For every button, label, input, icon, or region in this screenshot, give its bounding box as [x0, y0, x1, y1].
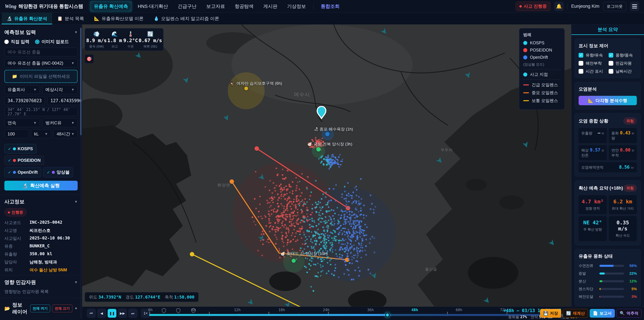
check-유향유속[interactable]: ✓유향/유속	[578, 53, 607, 58]
tab-유출유확산모델이론[interactable]: 📐유출유확산모델 이론	[89, 13, 148, 24]
nav-item-보고자료[interactable]: 보고자료	[202, 1, 229, 12]
recenter-target-button[interactable]: 🎯	[85, 54, 94, 64]
sidebar-scrollbar[interactable]	[80, 26, 82, 318]
nav-item-유출유확산예측[interactable]: 유출유 확산예측	[90, 1, 132, 12]
recalc-button[interactable]: 🔄재계산	[563, 309, 588, 318]
expected-time-select[interactable]: 예상시각▼	[42, 85, 78, 94]
model-color-dot	[13, 147, 16, 150]
check-풍향풍속[interactable]: ✓풍향/풍속	[608, 53, 637, 58]
longitude-input[interactable]: 127.674359903	[47, 96, 82, 105]
check-날짜시간[interactable]: 날짜시간	[608, 69, 637, 74]
image-upload-dropzone[interactable]: 📁 이미지 파일을 선택하세요	[4, 70, 78, 83]
stat-label: 유출량	[581, 131, 592, 136]
incident-search-input[interactable]: 여수 유조선 충돌	[4, 48, 78, 56]
fast-forward-button[interactable]: ▶▶	[118, 309, 127, 318]
brand: Wing 해양환경 위기대응 통합시스템	[5, 3, 83, 10]
weathering-해안도달: 해안도달3%	[578, 294, 637, 299]
bar-label: 수면잔류	[578, 263, 597, 268]
nav-item-긴급구난[interactable]: 긴급구난	[174, 1, 200, 12]
timeline-thumb[interactable]	[385, 313, 390, 317]
nav-item-통합조회[interactable]: 통합조회	[317, 1, 344, 12]
company-select[interactable]: 유출회사▼	[4, 85, 40, 94]
backtrack-button[interactable]: 🔍역추적	[616, 309, 642, 318]
tab-유출유확산분석[interactable]: 🔬유출유 확산분석	[2, 13, 52, 24]
incident-select[interactable]: 여수 유조선 충돌 (INC-0042) ▼	[4, 59, 78, 68]
radio-dot-icon	[35, 40, 40, 44]
tile-label: 최대 확산 거리	[610, 206, 635, 211]
tab-label: 오일펜스 배치 알고리즘 이론	[161, 16, 219, 22]
incident-pin[interactable]	[316, 106, 327, 119]
row-value: 씨프린스호	[30, 228, 50, 233]
tab-icon: 📐	[94, 16, 100, 21]
user-name: Eunjeong Kim	[571, 4, 600, 9]
latitude-input[interactable]: 34.7392076023	[4, 96, 45, 105]
radio-이미지업로드[interactable]: 이미지 업로드	[35, 39, 69, 45]
menu-button[interactable]	[630, 2, 639, 11]
incident-dot-icon	[523, 73, 527, 77]
weather-label: 해류 (SE)	[138, 44, 162, 49]
model-chip-OpenDrift[interactable]: ✓OpenDrift	[4, 167, 41, 177]
collapse-icon[interactable]: ▼	[74, 30, 78, 34]
check-해안부착[interactable]: 해안부착	[578, 61, 607, 66]
legend-model-KOSPS: KOSPS	[523, 41, 560, 45]
map-legend: 범례 KOSPSPOSEIDONOpenDrift (앙상블 모드) 사고 지점…	[519, 28, 565, 110]
forecast-tile-영향 면적: 4.7 km²영향 면적	[578, 195, 607, 214]
header-right: 사고 진행중 🔔 Eunjeong Kim 로그아웃	[516, 2, 639, 11]
input-mode-radios: 직접 입력이미지 업로드	[4, 39, 78, 45]
spill-type-select[interactable]: 연속▼	[4, 119, 40, 127]
collapse-icon[interactable]: ▼	[74, 306, 78, 310]
bar-fill	[600, 265, 614, 267]
nav-item-항공탐색[interactable]: 항공탐색	[231, 1, 258, 12]
row-label: 유출량	[4, 251, 30, 257]
save-button[interactable]: 💾저장	[540, 309, 561, 318]
polygon-analysis-button[interactable]: 📐 다각형 분석수행	[578, 96, 637, 105]
stat-해상잔존: 해상잔존9.57kl	[578, 145, 607, 160]
skip-end-button[interactable]: ⏭	[128, 309, 137, 318]
tab-분석목록[interactable]: 📋분석 목록	[52, 13, 89, 24]
site-name: 화태도 김 양식장 (10h)	[287, 251, 328, 256]
stat-value: 0.43	[620, 130, 630, 135]
nav-item-HNS·대기확산[interactable]: HNS·대기확산	[134, 1, 172, 12]
model-chip-POSEIDON[interactable]: ✓POSEIDON	[4, 156, 44, 165]
run-forecast-button[interactable]: 🔬 확산예측 실행	[4, 181, 78, 190]
model-color-dot	[13, 171, 16, 174]
collapse-icon[interactable]: ▼	[74, 280, 78, 284]
action-label: 재계산	[573, 310, 585, 316]
pollution-analysis-card: 오염분석 📐 다각형 분석수행	[575, 82, 641, 109]
map-canvas[interactable]: 💨8.9 m/s풍속 (SW)🌊1.8 m파고🌡️9.2°C수온🔄0.67 m/…	[82, 25, 571, 306]
site-label-종포 해수욕장 (1h): 🏖종포 해수욕장 (1h)	[314, 127, 353, 132]
pause-button[interactable]: ❚❚	[108, 309, 116, 318]
site-icon: 🏖	[314, 127, 318, 132]
tab-오일펜스배치알고리즘이론[interactable]: 💧오일펜스 배치 알고리즘 이론	[148, 13, 224, 24]
nav-item-기상정보[interactable]: 기상정보	[283, 1, 310, 12]
all-layers-on-button[interactable]: 전체 켜기	[30, 304, 50, 312]
amount-input[interactable]: 100	[4, 130, 29, 138]
model-chip-앙상블[interactable]: ✓앙상블	[43, 167, 73, 177]
weather-label: 파고	[107, 44, 122, 49]
duration-select[interactable]: 48시간▼	[54, 130, 78, 138]
step-back-button[interactable]: ◀	[97, 309, 106, 318]
nav-item-게시판[interactable]: 게시판	[259, 1, 282, 12]
unit-select[interactable]: kL▼	[31, 130, 51, 138]
skip-start-button[interactable]: ⏮	[87, 309, 96, 318]
tick-label-36h: 36h	[367, 308, 374, 312]
model-chip-KOSPS[interactable]: ✓KOSPS	[4, 144, 36, 154]
notifications-button[interactable]: 🔔	[554, 2, 564, 11]
oil-type-select[interactable]: 벙커C유▼	[42, 119, 78, 127]
logout-button[interactable]: 로그아웃	[603, 2, 626, 11]
model-color-dot	[13, 159, 16, 162]
all-layers-off-button[interactable]: 전체 끄기	[52, 304, 72, 312]
weather-panel: 💨8.9 m/s풍속 (SW)🌊1.8 m파고🌡️9.2°C수온🔄0.67 m/…	[85, 28, 164, 51]
overall-pollution-card: 오염 종합 상황 위험 유출량—kl풍화량0.43kl해상잔존9.57kl연안부…	[575, 113, 641, 177]
bar-track	[600, 288, 624, 290]
weather-label: 풍속 (SW)	[86, 44, 107, 49]
legend-fence-긴급 오일펜스: 긴급 오일펜스	[523, 82, 560, 88]
check-민감자원[interactable]: 민감자원	[608, 61, 637, 66]
legend-label: OpenDrift	[530, 55, 548, 60]
collapse-icon[interactable]: ▼	[74, 200, 78, 204]
report-button[interactable]: 📄보고서	[590, 309, 615, 318]
check-시간표시[interactable]: 시간 표시	[578, 69, 607, 74]
checkbox-icon	[608, 61, 613, 66]
radio-직접입력[interactable]: 직접 입력	[4, 39, 29, 45]
weather-value: 1.8 m	[107, 38, 122, 43]
